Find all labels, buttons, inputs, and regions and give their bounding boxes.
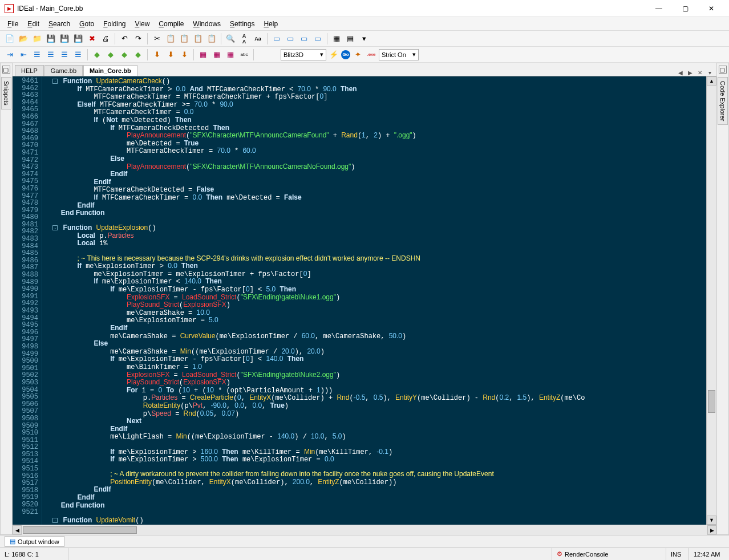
menu-view[interactable]: View bbox=[131, 19, 154, 29]
view-layout-icon[interactable]: ▤ bbox=[344, 33, 357, 45]
snippets-tab[interactable]: Snippets bbox=[1, 77, 11, 109]
hscroll-thumb[interactable] bbox=[23, 526, 137, 534]
block3-icon[interactable]: ▦ bbox=[224, 48, 237, 61]
view-split-icon[interactable]: ▦ bbox=[330, 33, 343, 45]
find-icon[interactable]: 🔍 bbox=[224, 33, 237, 45]
delete-icon[interactable]: ✖ bbox=[86, 33, 98, 45]
sidebar-pin-icon[interactable]: ▢ bbox=[2, 66, 10, 74]
menu-search[interactable]: Search bbox=[44, 19, 74, 29]
tab-main_core-bb[interactable]: Main_Core.bb bbox=[83, 65, 137, 76]
output-icon: ▤ bbox=[10, 538, 15, 545]
copy-icon[interactable]: 📋 bbox=[164, 33, 177, 45]
toolbar-compile: ⇥ ⇤ ☰ ☰ ☰ ☰ ◆ ◆ ◆ ◆ ⬇ ⬇ ⬇ ▦ ▦ ▦ abc Blit… bbox=[0, 47, 729, 63]
output-window-tab[interactable]: ▤ Output window bbox=[5, 536, 64, 547]
code-explorer-tab[interactable]: Code Explorer bbox=[718, 77, 728, 125]
run-icon[interactable]: Go bbox=[341, 50, 350, 59]
process-icon: ⚙ bbox=[557, 550, 562, 558]
goto-back-icon[interactable]: ⬇ bbox=[178, 48, 191, 61]
block1-icon[interactable]: ▦ bbox=[197, 48, 209, 61]
tab-game-bb[interactable]: Game.bb bbox=[44, 65, 83, 76]
toggle-bookmark-icon[interactable]: ▭ bbox=[270, 33, 283, 45]
code-content[interactable]: - Function UpdateCameraCheck() If MTFCam… bbox=[42, 76, 706, 525]
block4-icon[interactable]: abc bbox=[238, 48, 250, 61]
unfold-icon[interactable]: ◆ bbox=[104, 48, 117, 61]
format-icon[interactable]: ☰ bbox=[58, 48, 71, 61]
clear-bookmarks-icon[interactable]: ▭ bbox=[311, 33, 324, 45]
fold-icon[interactable]: ◆ bbox=[91, 48, 103, 61]
compiler-combo[interactable]: Blitz3D▾ bbox=[281, 49, 326, 60]
view-dropdown-icon[interactable]: ▾ bbox=[358, 33, 370, 45]
print-icon[interactable]: 🖨 bbox=[99, 33, 112, 45]
scroll-down-icon[interactable]: ▼ bbox=[707, 516, 716, 525]
menu-goto[interactable]: Goto bbox=[75, 19, 98, 29]
tab-next-icon[interactable]: ▶ bbox=[686, 70, 695, 76]
separator bbox=[267, 33, 268, 44]
uncomment-icon[interactable]: ☰ bbox=[44, 48, 57, 61]
paste-icon[interactable]: 📋 bbox=[178, 33, 191, 45]
unfold-all-icon[interactable]: ◆ bbox=[132, 48, 144, 61]
scroll-right-icon[interactable]: ▶ bbox=[707, 525, 716, 535]
comment-icon[interactable]: ☰ bbox=[31, 48, 43, 61]
build-exe-icon[interactable]: .exe bbox=[365, 48, 378, 61]
document-tabs: HELPGame.bbMain_Core.bb ◀ ▶ ✕ ▾ bbox=[13, 63, 716, 76]
maximize-button[interactable]: ▢ bbox=[672, 0, 698, 17]
menu-edit[interactable]: Edit bbox=[23, 19, 43, 29]
tab-prev-icon[interactable]: ◀ bbox=[676, 70, 685, 76]
menu-file[interactable]: File bbox=[3, 19, 22, 29]
block2-icon[interactable]: ▦ bbox=[210, 48, 223, 61]
output-panel-tabs: ▤ Output window bbox=[0, 535, 729, 547]
save-icon[interactable]: 💾 bbox=[44, 33, 57, 45]
open-file-icon[interactable]: 📂 bbox=[17, 33, 30, 45]
compile-icon[interactable]: ⚡ bbox=[327, 48, 340, 61]
find-next-icon[interactable]: Aa bbox=[252, 33, 264, 45]
tab-help[interactable]: HELP bbox=[15, 65, 44, 76]
right-sidebar: ▢ Code Explorer bbox=[716, 63, 729, 535]
save-all-icon[interactable]: 💾 bbox=[58, 33, 71, 45]
paste-special-icon[interactable]: 📋 bbox=[205, 33, 218, 45]
minimize-button[interactable]: — bbox=[646, 0, 672, 17]
menu-compile[interactable]: Compile bbox=[155, 19, 188, 29]
strict-combo[interactable]: Strict On▾ bbox=[379, 49, 419, 60]
goto-def-icon[interactable]: ⬇ bbox=[164, 48, 177, 61]
menu-windows[interactable]: Windows bbox=[189, 19, 225, 29]
code-editor[interactable]: 9461 9462 9463 9464 9465 9466 9467 9468 … bbox=[13, 76, 716, 525]
debug-icon[interactable]: ✦ bbox=[351, 48, 364, 61]
cut-icon[interactable]: ✂ bbox=[151, 33, 163, 45]
scroll-thumb[interactable] bbox=[708, 390, 715, 413]
format2-icon[interactable]: ☰ bbox=[72, 48, 84, 61]
separator bbox=[221, 33, 221, 44]
vertical-scrollbar[interactable]: ▲ ▼ bbox=[706, 76, 716, 525]
fold-all-icon[interactable]: ◆ bbox=[118, 48, 131, 61]
redo-icon[interactable]: ↷ bbox=[132, 33, 144, 45]
separator bbox=[147, 33, 148, 44]
indent-icon[interactable]: ⇥ bbox=[3, 48, 16, 61]
new-file-icon[interactable]: 📄 bbox=[3, 33, 16, 45]
prev-bookmark-icon[interactable]: ▭ bbox=[284, 33, 297, 45]
undo-icon[interactable]: ↶ bbox=[118, 33, 131, 45]
open-project-icon[interactable]: 📁 bbox=[31, 33, 43, 45]
tab-menu-icon[interactable]: ▾ bbox=[705, 70, 714, 76]
menu-settings[interactable]: Settings bbox=[226, 19, 258, 29]
line-gutter: 9461 9462 9463 9464 9465 9466 9467 9468 … bbox=[13, 76, 42, 525]
separator bbox=[193, 49, 194, 60]
tab-close-icon[interactable]: ✕ bbox=[695, 70, 704, 76]
close-button[interactable]: ✕ bbox=[698, 0, 724, 17]
window-titlebar: ▶ IDEal - Main_Core.bb — ▢ ✕ bbox=[0, 0, 729, 17]
next-bookmark-icon[interactable]: ▭ bbox=[298, 33, 310, 45]
separator bbox=[327, 33, 327, 44]
save-as-icon[interactable]: 💾 bbox=[72, 33, 84, 45]
editor-pane: HELPGame.bbMain_Core.bb ◀ ▶ ✕ ▾ 9461 946… bbox=[13, 63, 716, 535]
find-replace-icon[interactable]: AA bbox=[238, 33, 250, 45]
outdent-icon[interactable]: ⇤ bbox=[17, 48, 30, 61]
status-position: L: 1688 C: 1 bbox=[0, 548, 68, 560]
horizontal-scrollbar[interactable]: ◀ ▶ bbox=[13, 525, 716, 535]
scroll-up-icon[interactable]: ▲ bbox=[707, 76, 716, 86]
status-process: ⚙ RenderConsole bbox=[552, 548, 666, 560]
scroll-left-icon[interactable]: ◀ bbox=[13, 525, 22, 535]
menu-folding[interactable]: Folding bbox=[99, 19, 129, 29]
goto-line-icon[interactable]: ⬇ bbox=[151, 48, 163, 61]
sidebar-pin-icon[interactable]: ▢ bbox=[719, 66, 727, 74]
strict-combo-value: Strict On bbox=[382, 51, 406, 58]
menu-help[interactable]: Help bbox=[260, 19, 282, 29]
copy-append-icon[interactable]: 📋 bbox=[192, 33, 204, 45]
